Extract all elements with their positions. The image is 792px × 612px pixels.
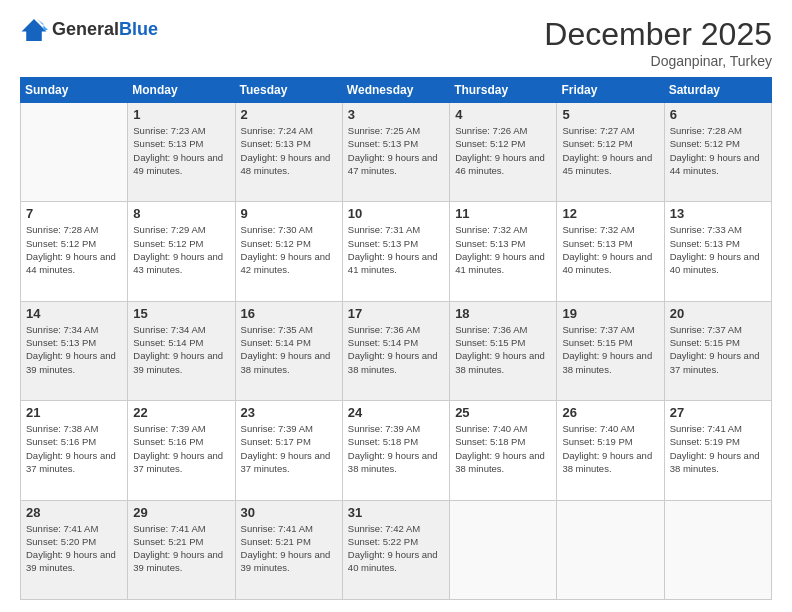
day-info: Sunrise: 7:34 AMSunset: 5:14 PMDaylight:… — [133, 323, 229, 376]
calendar-cell: 25Sunrise: 7:40 AMSunset: 5:18 PMDayligh… — [450, 401, 557, 500]
day-number: 20 — [670, 306, 766, 321]
calendar-cell: 31Sunrise: 7:42 AMSunset: 5:22 PMDayligh… — [342, 500, 449, 599]
day-number: 3 — [348, 107, 444, 122]
day-number: 6 — [670, 107, 766, 122]
day-number: 11 — [455, 206, 551, 221]
day-info: Sunrise: 7:36 AMSunset: 5:14 PMDaylight:… — [348, 323, 444, 376]
calendar-cell: 5Sunrise: 7:27 AMSunset: 5:12 PMDaylight… — [557, 103, 664, 202]
day-number: 21 — [26, 405, 122, 420]
day-number: 15 — [133, 306, 229, 321]
day-number: 18 — [455, 306, 551, 321]
calendar-cell: 30Sunrise: 7:41 AMSunset: 5:21 PMDayligh… — [235, 500, 342, 599]
calendar-week-row: 21Sunrise: 7:38 AMSunset: 5:16 PMDayligh… — [21, 401, 772, 500]
day-info: Sunrise: 7:32 AMSunset: 5:13 PMDaylight:… — [562, 223, 658, 276]
calendar-header-row: SundayMondayTuesdayWednesdayThursdayFrid… — [21, 78, 772, 103]
day-number: 16 — [241, 306, 337, 321]
calendar-cell: 28Sunrise: 7:41 AMSunset: 5:20 PMDayligh… — [21, 500, 128, 599]
day-number: 31 — [348, 505, 444, 520]
calendar-cell: 8Sunrise: 7:29 AMSunset: 5:12 PMDaylight… — [128, 202, 235, 301]
calendar-cell: 26Sunrise: 7:40 AMSunset: 5:19 PMDayligh… — [557, 401, 664, 500]
calendar-week-row: 7Sunrise: 7:28 AMSunset: 5:12 PMDaylight… — [21, 202, 772, 301]
calendar-table: SundayMondayTuesdayWednesdayThursdayFrid… — [20, 77, 772, 600]
calendar-cell: 21Sunrise: 7:38 AMSunset: 5:16 PMDayligh… — [21, 401, 128, 500]
day-info: Sunrise: 7:37 AMSunset: 5:15 PMDaylight:… — [562, 323, 658, 376]
weekday-header: Saturday — [664, 78, 771, 103]
day-number: 4 — [455, 107, 551, 122]
day-info: Sunrise: 7:33 AMSunset: 5:13 PMDaylight:… — [670, 223, 766, 276]
calendar-week-row: 14Sunrise: 7:34 AMSunset: 5:13 PMDayligh… — [21, 301, 772, 400]
day-number: 22 — [133, 405, 229, 420]
calendar-cell — [21, 103, 128, 202]
day-number: 26 — [562, 405, 658, 420]
weekday-header: Thursday — [450, 78, 557, 103]
day-info: Sunrise: 7:29 AMSunset: 5:12 PMDaylight:… — [133, 223, 229, 276]
calendar-cell: 22Sunrise: 7:39 AMSunset: 5:16 PMDayligh… — [128, 401, 235, 500]
day-info: Sunrise: 7:41 AMSunset: 5:21 PMDaylight:… — [241, 522, 337, 575]
day-info: Sunrise: 7:39 AMSunset: 5:17 PMDaylight:… — [241, 422, 337, 475]
calendar-cell — [450, 500, 557, 599]
calendar-cell — [664, 500, 771, 599]
calendar-cell: 18Sunrise: 7:36 AMSunset: 5:15 PMDayligh… — [450, 301, 557, 400]
calendar-week-row: 28Sunrise: 7:41 AMSunset: 5:20 PMDayligh… — [21, 500, 772, 599]
calendar-cell: 2Sunrise: 7:24 AMSunset: 5:13 PMDaylight… — [235, 103, 342, 202]
day-info: Sunrise: 7:36 AMSunset: 5:15 PMDaylight:… — [455, 323, 551, 376]
day-info: Sunrise: 7:28 AMSunset: 5:12 PMDaylight:… — [26, 223, 122, 276]
calendar-cell: 29Sunrise: 7:41 AMSunset: 5:21 PMDayligh… — [128, 500, 235, 599]
day-number: 8 — [133, 206, 229, 221]
day-info: Sunrise: 7:41 AMSunset: 5:21 PMDaylight:… — [133, 522, 229, 575]
calendar-cell: 9Sunrise: 7:30 AMSunset: 5:12 PMDaylight… — [235, 202, 342, 301]
day-info: Sunrise: 7:32 AMSunset: 5:13 PMDaylight:… — [455, 223, 551, 276]
calendar-cell: 15Sunrise: 7:34 AMSunset: 5:14 PMDayligh… — [128, 301, 235, 400]
day-number: 23 — [241, 405, 337, 420]
day-info: Sunrise: 7:26 AMSunset: 5:12 PMDaylight:… — [455, 124, 551, 177]
day-info: Sunrise: 7:41 AMSunset: 5:19 PMDaylight:… — [670, 422, 766, 475]
day-number: 24 — [348, 405, 444, 420]
header: GeneralBlue December 2025 Doganpinar, Tu… — [20, 16, 772, 69]
day-info: Sunrise: 7:28 AMSunset: 5:12 PMDaylight:… — [670, 124, 766, 177]
day-info: Sunrise: 7:39 AMSunset: 5:18 PMDaylight:… — [348, 422, 444, 475]
calendar-cell: 3Sunrise: 7:25 AMSunset: 5:13 PMDaylight… — [342, 103, 449, 202]
day-number: 19 — [562, 306, 658, 321]
location-subtitle: Doganpinar, Turkey — [544, 53, 772, 69]
calendar-cell: 17Sunrise: 7:36 AMSunset: 5:14 PMDayligh… — [342, 301, 449, 400]
weekday-header: Tuesday — [235, 78, 342, 103]
day-number: 1 — [133, 107, 229, 122]
weekday-header: Wednesday — [342, 78, 449, 103]
calendar-cell: 27Sunrise: 7:41 AMSunset: 5:19 PMDayligh… — [664, 401, 771, 500]
day-number: 2 — [241, 107, 337, 122]
day-info: Sunrise: 7:23 AMSunset: 5:13 PMDaylight:… — [133, 124, 229, 177]
calendar-week-row: 1Sunrise: 7:23 AMSunset: 5:13 PMDaylight… — [21, 103, 772, 202]
day-info: Sunrise: 7:31 AMSunset: 5:13 PMDaylight:… — [348, 223, 444, 276]
calendar-cell: 11Sunrise: 7:32 AMSunset: 5:13 PMDayligh… — [450, 202, 557, 301]
day-number: 27 — [670, 405, 766, 420]
calendar-cell: 20Sunrise: 7:37 AMSunset: 5:15 PMDayligh… — [664, 301, 771, 400]
day-number: 17 — [348, 306, 444, 321]
day-info: Sunrise: 7:25 AMSunset: 5:13 PMDaylight:… — [348, 124, 444, 177]
calendar-cell: 24Sunrise: 7:39 AMSunset: 5:18 PMDayligh… — [342, 401, 449, 500]
day-number: 25 — [455, 405, 551, 420]
weekday-header: Friday — [557, 78, 664, 103]
day-info: Sunrise: 7:39 AMSunset: 5:16 PMDaylight:… — [133, 422, 229, 475]
day-number: 30 — [241, 505, 337, 520]
calendar-cell: 7Sunrise: 7:28 AMSunset: 5:12 PMDaylight… — [21, 202, 128, 301]
day-number: 14 — [26, 306, 122, 321]
weekday-header: Monday — [128, 78, 235, 103]
month-title: December 2025 — [544, 16, 772, 53]
calendar-cell: 10Sunrise: 7:31 AMSunset: 5:13 PMDayligh… — [342, 202, 449, 301]
calendar-cell: 1Sunrise: 7:23 AMSunset: 5:13 PMDaylight… — [128, 103, 235, 202]
page: GeneralBlue December 2025 Doganpinar, Tu… — [0, 0, 792, 612]
day-number: 13 — [670, 206, 766, 221]
day-info: Sunrise: 7:40 AMSunset: 5:18 PMDaylight:… — [455, 422, 551, 475]
day-info: Sunrise: 7:38 AMSunset: 5:16 PMDaylight:… — [26, 422, 122, 475]
calendar-cell: 13Sunrise: 7:33 AMSunset: 5:13 PMDayligh… — [664, 202, 771, 301]
day-info: Sunrise: 7:37 AMSunset: 5:15 PMDaylight:… — [670, 323, 766, 376]
svg-marker-0 — [22, 19, 47, 41]
logo-icon — [20, 16, 48, 44]
day-number: 7 — [26, 206, 122, 221]
day-number: 9 — [241, 206, 337, 221]
calendar-cell: 16Sunrise: 7:35 AMSunset: 5:14 PMDayligh… — [235, 301, 342, 400]
calendar-cell: 4Sunrise: 7:26 AMSunset: 5:12 PMDaylight… — [450, 103, 557, 202]
logo-text: GeneralBlue — [52, 20, 158, 40]
day-number: 5 — [562, 107, 658, 122]
day-info: Sunrise: 7:34 AMSunset: 5:13 PMDaylight:… — [26, 323, 122, 376]
